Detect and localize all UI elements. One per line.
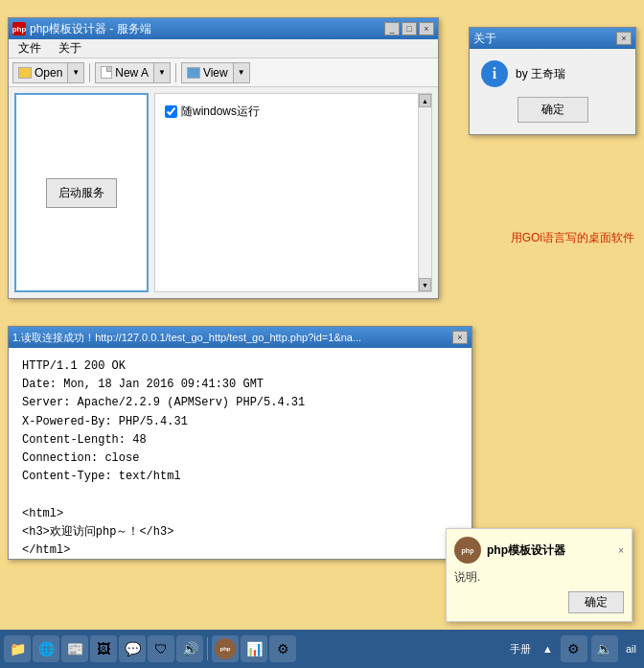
- notification-title-row: php php模板设计器: [454, 537, 565, 564]
- http-window: 1.读取连接成功！http://127.0.0.1/test_go_http/t…: [8, 326, 472, 560]
- close-button[interactable]: ×: [419, 22, 434, 35]
- taskbar-arrow-button[interactable]: ▲: [539, 641, 557, 656]
- menu-file[interactable]: 文件: [14, 39, 45, 58]
- notification-title: php模板设计器: [487, 542, 565, 559]
- taskbar-icon-browser[interactable]: 🌐: [33, 635, 59, 662]
- app-icon: php: [12, 22, 26, 35]
- taskbar-right: 手册 ▲ ⚙ 🔈 ail: [506, 635, 640, 662]
- notification-popup: php php模板设计器 × 说明. 确定: [446, 528, 632, 622]
- main-window: php php模板设计器 - 服务端 _ □ × 文件 关于 Open ▼: [8, 17, 439, 299]
- menu-about[interactable]: 关于: [55, 39, 85, 58]
- http-line: [22, 486, 458, 504]
- notification-ok-button[interactable]: 确定: [568, 591, 624, 613]
- autostart-checkbox[interactable]: [165, 105, 177, 118]
- taskbar-icon-settings[interactable]: ⚙: [561, 635, 587, 662]
- taskbar-php-icon: php: [215, 638, 236, 659]
- http-line: <h3>欢迎访问php～！</h3>: [22, 523, 458, 541]
- view-icon: [187, 67, 200, 79]
- about-content: i by 王奇瑞 确定: [470, 49, 635, 134]
- about-description: 用GOi语言写的桌面软件: [511, 230, 634, 246]
- taskbar-icon-sound[interactable]: 🔈: [591, 635, 618, 662]
- notification-app-icon: php: [454, 537, 481, 564]
- open-arrow[interactable]: ▼: [67, 62, 84, 83]
- toolbar-sep2: [175, 63, 176, 82]
- http-content: HTTP/1.1 200 OKDate: Mon, 18 Jan 2016 09…: [9, 348, 472, 559]
- about-close-button[interactable]: ×: [616, 32, 632, 45]
- new-label: New A: [115, 66, 149, 80]
- main-content: 启动服务 ▲ ▼ 随windows运行: [9, 87, 438, 298]
- view-dropdown: View ▼: [181, 62, 250, 83]
- view-label: View: [203, 66, 228, 80]
- scrollbar-vertical: ▲ ▼: [418, 94, 431, 291]
- toolbar: Open ▼ New A ▼ View ▼: [9, 58, 438, 87]
- new-button[interactable]: New A: [95, 62, 153, 83]
- left-panel: 启动服务: [14, 93, 149, 292]
- view-button[interactable]: View: [181, 62, 233, 83]
- taskbar-icon-extra2[interactable]: ⚙: [269, 635, 296, 662]
- http-line: X-Powered-By: PHP/5.4.31: [22, 413, 458, 431]
- about-titlebar: 关于 ×: [470, 28, 635, 49]
- author-label: by 王奇瑞: [516, 66, 565, 82]
- http-line: Content-Type: text/html: [22, 468, 458, 486]
- notification-close-button[interactable]: ×: [618, 545, 624, 556]
- start-service-button[interactable]: 启动服务: [46, 178, 117, 208]
- notification-button-row: 确定: [454, 591, 624, 613]
- taskbar-icon-shield[interactable]: 🛡: [148, 635, 174, 662]
- maximize-button[interactable]: □: [402, 22, 417, 35]
- open-icon: [18, 67, 32, 79]
- main-titlebar: php php模板设计器 - 服务端 _ □ ×: [9, 18, 438, 39]
- taskbar-icon-folder[interactable]: 📁: [4, 635, 31, 662]
- taskbar-icon-audio[interactable]: 🔊: [176, 635, 203, 662]
- taskbar-icon-news[interactable]: 📰: [61, 635, 88, 662]
- taskbar-separator: [207, 637, 208, 660]
- http-line: Content-Length: 48: [22, 431, 458, 449]
- view-arrow[interactable]: ▼: [233, 62, 250, 83]
- scroll-up-button[interactable]: ▲: [419, 94, 431, 107]
- minimize-button[interactable]: _: [384, 22, 400, 35]
- new-icon: [101, 66, 112, 79]
- open-button[interactable]: Open: [12, 62, 67, 83]
- http-close-button[interactable]: ×: [452, 331, 468, 344]
- titlebar-left: php php模板设计器 - 服务端: [12, 21, 151, 37]
- notification-text: 说明.: [454, 569, 624, 586]
- autostart-label: 随windows运行: [181, 104, 260, 120]
- scroll-track[interactable]: [419, 107, 431, 278]
- main-title: php模板设计器 - 服务端: [30, 21, 151, 37]
- taskbar-icon-extra1[interactable]: 📊: [241, 635, 267, 662]
- http-titlebar: 1.读取连接成功！http://127.0.0.1/test_go_http/t…: [9, 327, 472, 348]
- taskbar-icon-image[interactable]: 🖼: [90, 635, 117, 662]
- toolbar-sep1: [89, 63, 90, 82]
- taskbar: 📁 🌐 📰 🖼 💬 🛡 🔊 php 📊 ⚙ 手册 ▲ ⚙ 🔈 ail: [0, 630, 644, 668]
- about-ok-button[interactable]: 确定: [518, 97, 588, 123]
- about-title: 关于: [473, 31, 496, 47]
- taskbar-manual-button[interactable]: 手册: [506, 640, 535, 658]
- about-info-row: i by 王奇瑞: [481, 60, 624, 87]
- new-arrow[interactable]: ▼: [153, 62, 171, 83]
- open-dropdown: Open ▼: [12, 62, 84, 83]
- checkbox-row: 随windows运行: [155, 94, 431, 129]
- http-title: 1.读取连接成功！http://127.0.0.1/test_go_http/t…: [12, 331, 361, 345]
- notification-header: php php模板设计器 ×: [454, 537, 624, 564]
- http-line: Server: Apache/2.2.9 (APMServ) PHP/5.4.3…: [22, 394, 458, 412]
- menubar: 文件 关于: [9, 39, 438, 58]
- info-icon: i: [481, 60, 508, 87]
- http-line: </html>: [22, 541, 458, 559]
- about-window: 关于 × i by 王奇瑞 确定: [469, 27, 636, 135]
- http-line: HTTP/1.1 200 OK: [22, 357, 458, 376]
- taskbar-icon-chat[interactable]: 💬: [119, 635, 146, 662]
- taskbar-time: ail: [622, 643, 640, 655]
- taskbar-icon-php[interactable]: php: [212, 635, 239, 662]
- http-line: <html>: [22, 505, 458, 523]
- http-line: Date: Mon, 18 Jan 2016 09:41:30 GMT: [22, 376, 458, 394]
- http-line: Connection: close: [22, 449, 458, 468]
- new-dropdown: New A ▼: [95, 62, 171, 83]
- scroll-down-button[interactable]: ▼: [419, 278, 431, 291]
- right-panel: ▲ ▼ 随windows运行: [154, 93, 432, 292]
- titlebar-controls: _ □ ×: [384, 22, 434, 35]
- open-label: Open: [34, 66, 62, 80]
